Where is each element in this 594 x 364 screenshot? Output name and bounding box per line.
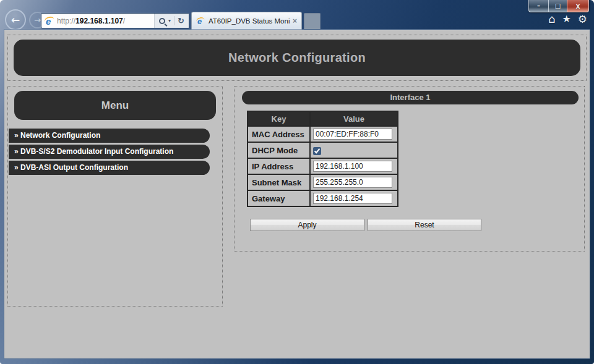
- url-text[interactable]: http://192.168.1.107/: [57, 17, 154, 25]
- forward-arrow-icon: →: [34, 15, 41, 25]
- url-path: /: [123, 17, 125, 25]
- url-host: 192.168.1.107: [75, 17, 123, 25]
- maximize-button[interactable]: □: [549, 0, 567, 12]
- menu-item-dvb-s-s2-demodulator-input-configuration[interactable]: » DVB-S/S2 Demodulator Input Configurati…: [9, 145, 210, 159]
- refresh-icon[interactable]: ↻: [178, 16, 184, 25]
- mac-address-label: MAC Address: [248, 126, 310, 142]
- ip-address-input[interactable]: [313, 161, 392, 172]
- title-panel: Network Configuration: [7, 35, 587, 81]
- interface-table: Key Value MAC AddressDHCP ModeIP Address…: [247, 111, 398, 207]
- search-icon[interactable]: [159, 18, 165, 24]
- content-row: Menu » Network Configuration» DVB-S/S2 D…: [7, 86, 587, 307]
- gateway-input[interactable]: [313, 193, 392, 204]
- table-row-ip-address: IP Address: [248, 158, 398, 174]
- ip-address-label: IP Address: [248, 158, 310, 174]
- page-title: Network Configuration: [14, 40, 580, 76]
- page-content: Network Configuration Menu » Network Con…: [4, 30, 590, 358]
- menu-item-dvb-asi-output-configuration[interactable]: » DVB-ASI Output Configuration: [9, 161, 210, 175]
- menu-items: » Network Configuration» DVB-S/S2 Demodu…: [8, 129, 222, 175]
- browser-toolbar: ⌂ ★ ⚙: [548, 14, 587, 25]
- table-row-dhcp-mode: DHCP Mode: [248, 142, 398, 158]
- browser-window: – □ x ← → e http://192.168.1.107/ ▾: [0, 0, 594, 364]
- browser-chrome: – □ x ← → e http://192.168.1.107/ ▾: [0, 0, 594, 30]
- gateway-value-cell: [310, 190, 398, 206]
- subnet-mask-input[interactable]: [313, 177, 392, 188]
- minimize-icon: –: [537, 2, 540, 9]
- dhcp-mode-label: DHCP Mode: [248, 142, 310, 158]
- ie-icon: e: [45, 16, 55, 26]
- mac-address-input[interactable]: [313, 129, 392, 140]
- address-divider: [174, 16, 174, 25]
- interface-title: Interface 1: [242, 91, 579, 104]
- close-icon: x: [576, 2, 580, 11]
- table-row-subnet-mask: Subnet Mask: [248, 174, 398, 190]
- subnet-mask-value-cell: [310, 174, 398, 190]
- menu-panel: Menu » Network Configuration» DVB-S/S2 D…: [7, 86, 223, 307]
- close-button[interactable]: x: [567, 0, 589, 12]
- menu-title: Menu: [14, 91, 216, 120]
- tab-title: AT60IP_DVB Status Monitor...: [209, 17, 290, 25]
- back-arrow-icon: ←: [11, 14, 20, 26]
- tab-at60ip-status-monitor[interactable]: e AT60IP_DVB Status Monitor... ×: [191, 12, 302, 30]
- minimize-button[interactable]: –: [528, 0, 549, 12]
- reset-button[interactable]: Reset: [368, 219, 481, 231]
- favorites-star-icon[interactable]: ★: [562, 14, 570, 25]
- menu-item-network-configuration[interactable]: » Network Configuration: [9, 129, 210, 143]
- ip-address-value-cell: [310, 158, 398, 174]
- table-row-mac-address: MAC Address: [248, 126, 398, 142]
- back-button[interactable]: ←: [5, 9, 26, 30]
- address-bar[interactable]: e http://192.168.1.107/ ▾ ↻: [41, 13, 189, 28]
- gateway-label: Gateway: [248, 190, 310, 206]
- window-controls: – □ x: [528, 0, 589, 12]
- gear-icon[interactable]: ⚙: [578, 14, 587, 25]
- key-column-header: Key: [248, 111, 310, 126]
- dhcp-mode-input[interactable]: [313, 147, 321, 155]
- table-header-row: Key Value: [248, 111, 398, 126]
- apply-button[interactable]: Apply: [250, 219, 364, 231]
- dhcp-mode-value-cell: [310, 142, 398, 158]
- home-icon[interactable]: ⌂: [548, 14, 555, 25]
- tab-close-icon[interactable]: ×: [292, 17, 298, 25]
- new-tab-button[interactable]: [304, 13, 321, 29]
- subnet-mask-label: Subnet Mask: [248, 174, 310, 190]
- url-scheme: http://: [57, 17, 75, 25]
- maximize-icon: □: [555, 2, 561, 9]
- value-column-header: Value: [310, 111, 398, 126]
- form-buttons: Apply Reset: [250, 219, 579, 231]
- table-row-gateway: Gateway: [248, 190, 398, 206]
- interface-panel: Interface 1 Key Value MAC AddressDHCP Mo…: [234, 86, 585, 252]
- mac-address-value-cell: [310, 126, 398, 142]
- search-dropdown-icon[interactable]: ▾: [168, 18, 171, 23]
- address-tools: ▾ ↻: [154, 14, 189, 28]
- tab-ie-icon: e: [196, 17, 205, 25]
